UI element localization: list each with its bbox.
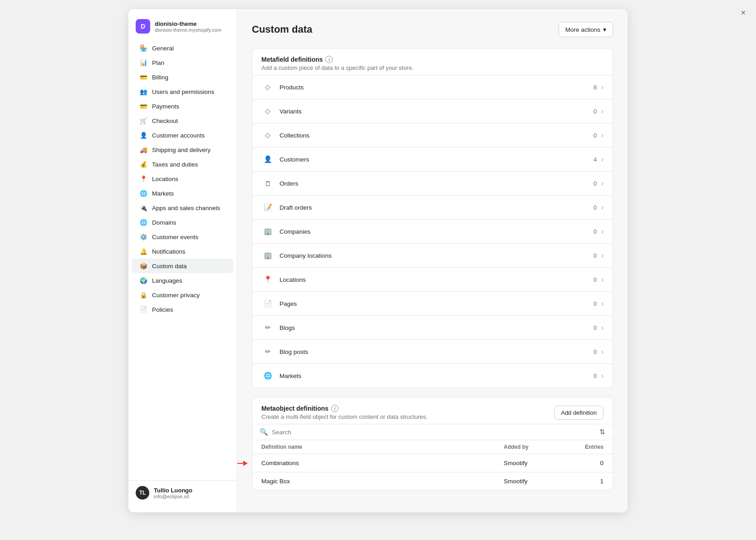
- metafield-row[interactable]: ◇ Collections 0 ›: [252, 123, 613, 147]
- col-header-entries: Entries: [567, 444, 604, 450]
- sidebar-item-payments[interactable]: 💳Payments: [132, 99, 233, 113]
- sidebar-item-customer-events[interactable]: ⚙️Customer events: [132, 230, 233, 244]
- app-frame: × D dionisio-theme dionisio-theme.myshop…: [0, 0, 756, 540]
- metafield-card-subtitle: Add a custom piece of data to a specific…: [261, 64, 604, 71]
- metafield-icon: ✏: [261, 321, 274, 334]
- sidebar-item-label-markets: Markets: [152, 190, 174, 197]
- sidebar-item-label-languages: Languages: [152, 277, 182, 284]
- sidebar-item-checkout[interactable]: 🛒Checkout: [132, 113, 233, 128]
- metaobject-header: Metaobject definitions i Create a multi-…: [252, 398, 613, 424]
- metafield-row[interactable]: ◇ Variants 0 ›: [252, 99, 613, 123]
- sidebar-item-label-plan: Plan: [152, 59, 164, 66]
- chevron-right-icon: ›: [601, 83, 604, 91]
- main-content: Custom data More actions ▾ Metafield def…: [237, 9, 628, 512]
- metafield-row[interactable]: 🗒 Orders 0 ›: [252, 171, 613, 195]
- metafield-row[interactable]: 🌐 Markets 0 ›: [252, 363, 613, 388]
- metafield-icon: ✏: [261, 345, 274, 358]
- chevron-right-icon: ›: [601, 132, 604, 139]
- checkout-icon: 🛒: [139, 117, 147, 125]
- metaobject-card-title: Metaobject definitions i: [261, 405, 427, 412]
- metafield-row[interactable]: ✏ Blogs 0 ›: [252, 315, 613, 339]
- close-button[interactable]: ×: [737, 6, 750, 19]
- sidebar-item-label-users-permissions: Users and permissions: [152, 88, 214, 95]
- sidebar-item-billing[interactable]: 💳Billing: [132, 70, 233, 84]
- chevron-right-icon: ›: [601, 252, 604, 259]
- chevron-down-icon: ▾: [603, 26, 606, 33]
- sidebar-item-label-general: General: [152, 45, 174, 52]
- metafield-row[interactable]: 📄 Pages 0 ›: [252, 291, 613, 315]
- billing-icon: 💳: [139, 73, 147, 81]
- sidebar-item-plan[interactable]: 📊Plan: [132, 55, 233, 70]
- sidebar-item-domains[interactable]: 🌐Domains: [132, 215, 233, 230]
- sidebar-item-label-custom-data: Custom data: [152, 263, 187, 270]
- more-actions-button[interactable]: More actions ▾: [559, 22, 613, 37]
- metafield-row[interactable]: 📍 Locations 0 ›: [252, 267, 613, 291]
- metafield-row[interactable]: ✏ Blog posts 0 ›: [252, 339, 613, 363]
- search-icon: 🔍: [260, 428, 268, 436]
- custom-data-icon: 📦: [139, 262, 147, 270]
- metafield-name: Products: [280, 84, 304, 91]
- apps-sales-channels-icon: 🔌: [139, 204, 147, 212]
- arrow-indicator: [237, 461, 248, 466]
- table-row[interactable]: Magic Box Smootify 1: [252, 472, 613, 490]
- add-definition-button[interactable]: Add definition: [554, 406, 604, 420]
- metafield-icon: 📍: [261, 273, 274, 286]
- sidebar-item-general[interactable]: 🏪General: [132, 41, 233, 55]
- sidebar-item-users-permissions[interactable]: 👥Users and permissions: [132, 84, 233, 99]
- sidebar-item-markets[interactable]: 🌐Markets: [132, 186, 233, 201]
- sidebar-item-apps-sales-channels[interactable]: 🔌Apps and sales channels: [132, 201, 233, 215]
- sidebar-item-label-customer-privacy: Customer privacy: [152, 292, 200, 299]
- sort-icon[interactable]: ⇅: [599, 428, 605, 436]
- metafield-name: Variants: [280, 108, 302, 115]
- customer-events-icon: ⚙️: [139, 233, 147, 241]
- metafield-name: Blog posts: [280, 349, 308, 355]
- sidebar-item-custom-data[interactable]: 📦Custom data: [132, 259, 233, 273]
- metafield-count: 0: [594, 108, 597, 115]
- metafield-row[interactable]: 📝 Draft orders 0 ›: [252, 195, 613, 219]
- metafield-row[interactable]: 🏢 Companies 0 ›: [252, 219, 613, 243]
- search-input[interactable]: [272, 429, 596, 436]
- sidebar-item-label-policies: Policies: [152, 306, 173, 313]
- store-avatar: D: [136, 19, 150, 34]
- metafield-row[interactable]: 🏢 Company locations 0 ›: [252, 243, 613, 267]
- chevron-right-icon: ›: [601, 276, 604, 283]
- metafield-name: Company locations: [280, 252, 332, 259]
- chevron-right-icon: ›: [601, 228, 604, 235]
- page-title: Custom data: [252, 24, 312, 35]
- metaobject-rows: Combinations Smootify 0 Magic Box Smooti…: [252, 454, 613, 490]
- sidebar-item-label-billing: Billing: [152, 74, 168, 81]
- store-header: D dionisio-theme dionisio-theme.myshopif…: [128, 16, 237, 41]
- sidebar-item-customer-accounts[interactable]: 👤Customer accounts: [132, 128, 233, 142]
- metafield-card-header: Metafield definitions i Add a custom pie…: [252, 49, 613, 75]
- row-added-by: Smootify: [504, 460, 567, 466]
- sidebar-item-label-domains: Domains: [152, 219, 176, 226]
- metafield-name: Collections: [280, 132, 309, 139]
- sidebar-item-taxes-duties[interactable]: 💰Taxes and duties: [132, 157, 233, 172]
- metafield-count: 0: [594, 132, 597, 139]
- metafield-card: Metafield definitions i Add a custom pie…: [252, 48, 613, 388]
- sidebar-item-customer-privacy[interactable]: 🔒Customer privacy: [132, 288, 233, 302]
- metafield-count: 4: [594, 156, 597, 163]
- metafield-count: 0: [594, 300, 597, 307]
- taxes-duties-icon: 💰: [139, 160, 147, 168]
- metafield-rows: ◇ Products 8 › ◇ Variants 0 › ◇ Collecti…: [252, 75, 613, 388]
- domains-icon: 🌐: [139, 218, 147, 226]
- modal: D dionisio-theme dionisio-theme.myshopif…: [128, 9, 628, 512]
- metafield-name: Locations: [280, 276, 306, 283]
- chevron-right-icon: ›: [601, 108, 604, 115]
- sidebar-item-notifications[interactable]: 🔔Notifications: [132, 244, 233, 259]
- metafield-row[interactable]: ◇ Products 8 ›: [252, 75, 613, 99]
- customer-privacy-icon: 🔒: [139, 291, 147, 299]
- metafield-count: 0: [594, 324, 597, 331]
- metafield-icon: 📄: [261, 297, 274, 310]
- sidebar-item-locations[interactable]: 📍Locations: [132, 172, 233, 186]
- sidebar-item-policies[interactable]: 📄Policies: [132, 302, 233, 317]
- sidebar-item-shipping-delivery[interactable]: 🚚Shipping and delivery: [132, 142, 233, 157]
- chevron-right-icon: ›: [601, 372, 604, 379]
- metafield-row[interactable]: 👤 Customers 4 ›: [252, 147, 613, 171]
- table-row[interactable]: Combinations Smootify 0: [252, 454, 613, 472]
- metafield-name: Pages: [280, 300, 297, 307]
- sidebar-item-languages[interactable]: 🌍Languages: [132, 273, 233, 288]
- metafield-card-title: Metafield definitions i: [261, 56, 604, 63]
- sidebar-item-label-payments: Payments: [152, 103, 179, 110]
